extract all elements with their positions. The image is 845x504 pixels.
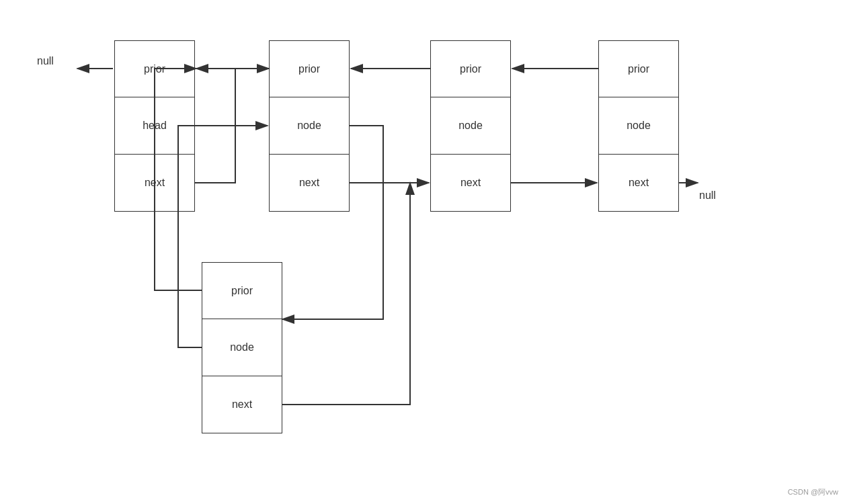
cell-next-2: next xyxy=(270,155,349,211)
diagram: prior head next prior node next prior no… xyxy=(0,0,845,504)
null-right-label: null xyxy=(699,190,716,202)
cell-head: head xyxy=(115,97,194,154)
cell-node-2: node xyxy=(270,97,349,154)
cell-next-new: next xyxy=(202,376,282,433)
watermark: CSDN @阿vvw xyxy=(788,487,838,497)
cell-prior-new: prior xyxy=(202,263,282,319)
node-4: prior node next xyxy=(598,40,679,212)
cell-prior-3: prior xyxy=(431,41,510,97)
node-head: prior head next xyxy=(114,40,195,212)
cell-next-3: next xyxy=(431,155,510,211)
cell-next-4: next xyxy=(599,155,678,211)
node-3: prior node next xyxy=(430,40,511,212)
node-new: prior node next xyxy=(202,262,282,433)
node-2: prior node next xyxy=(269,40,350,212)
cell-node-new: node xyxy=(202,319,282,376)
null-left-label: null xyxy=(37,55,54,67)
cell-node-4: node xyxy=(599,97,678,154)
cell-next-1: next xyxy=(115,155,194,211)
cell-node-3: node xyxy=(431,97,510,154)
cell-prior-4: prior xyxy=(599,41,678,97)
cell-prior-1: prior xyxy=(115,41,194,97)
cell-prior-2: prior xyxy=(270,41,349,97)
